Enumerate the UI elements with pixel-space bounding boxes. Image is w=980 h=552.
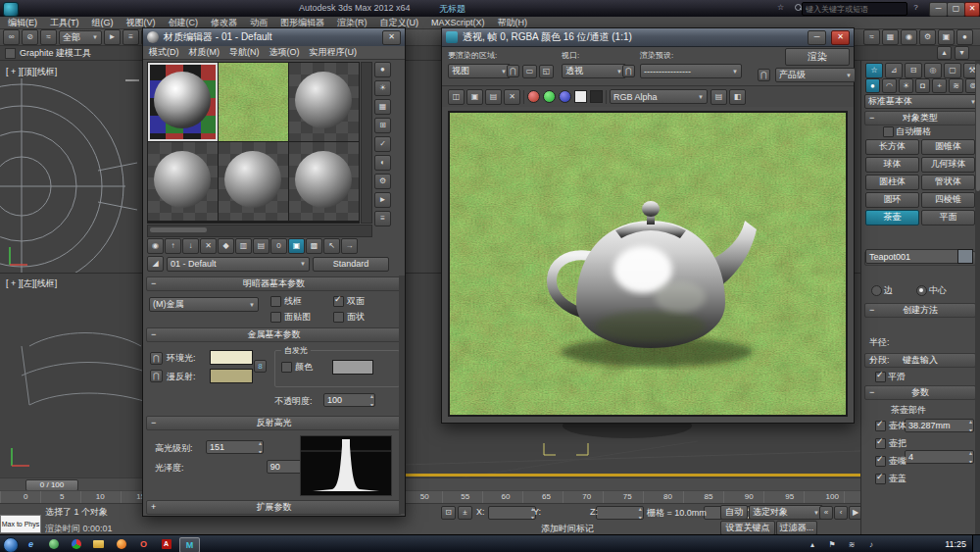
red-channel-icon[interactable] (527, 90, 540, 103)
channel-display-dropdown[interactable]: RGB Alpha (610, 89, 708, 104)
plane-button[interactable]: 平面 (921, 210, 975, 226)
object-type-rollout[interactable]: −对象类型 (864, 111, 976, 125)
sample-slots-horizontal-scrollbar[interactable] (147, 225, 372, 237)
taskbar-3dsmax-icon[interactable]: M (179, 537, 200, 552)
infocenter-search-input[interactable] (802, 2, 907, 16)
object-name-field[interactable]: Teapot001 (865, 249, 959, 264)
taskbar-adobe-reader-icon[interactable]: A (157, 537, 175, 551)
segments-spinner[interactable]: 4 (905, 450, 974, 464)
rendered-frame-minimize-button[interactable] (808, 30, 826, 45)
sample-tiling-icon[interactable]: ⊞ (374, 118, 391, 133)
schematic-view-icon[interactable]: ▦ (882, 29, 899, 45)
bind-to-space-warp-icon[interactable]: ≈ (40, 29, 57, 45)
teapot-part-checkbox[interactable] (875, 456, 886, 467)
backlight-icon[interactable]: ☀ (374, 80, 391, 96)
create-tab-icon[interactable]: ☆ (865, 63, 883, 78)
space-warps-category-icon[interactable]: ≋ (949, 78, 963, 93)
clone-window-icon[interactable]: ▣ (466, 89, 483, 105)
go-to-parent-icon[interactable]: ↖ (323, 238, 340, 254)
sample-type-icon[interactable]: ● (374, 62, 391, 77)
taskbar-messenger-icon[interactable] (44, 537, 63, 551)
save-image-icon[interactable]: ◫ (448, 89, 465, 105)
material-editor-menu-item[interactable]: 模式(D) (149, 46, 179, 59)
track-bar[interactable]: 0510152025303540455055606570758085909510… (0, 490, 860, 504)
helpers-category-icon[interactable]: + (932, 78, 947, 93)
auto-region-icon[interactable]: ◱ (539, 65, 554, 78)
specular-level-spinner[interactable]: 151 (206, 440, 264, 454)
rendered-frame-close-button[interactable] (831, 30, 850, 45)
menu-item[interactable]: 编辑(E) (8, 17, 37, 29)
tube-button[interactable]: 管状体 (921, 175, 975, 190)
material-editor-titlebar[interactable]: 材质编辑器 - 01 - Default (143, 28, 405, 47)
maximize-button[interactable] (947, 2, 965, 17)
reset-map-icon[interactable]: ✕ (200, 238, 217, 254)
sample-slot-5[interactable] (219, 142, 288, 221)
start-button[interactable] (3, 537, 19, 552)
primitive-category-dropdown[interactable]: 标准基本体 (864, 94, 980, 109)
region-lock-icon[interactable]: ⋂ (507, 65, 519, 77)
autogrid-checkbox[interactable] (883, 126, 894, 137)
render-setup-icon[interactable]: ⚙ (919, 29, 936, 45)
sample-slot-1[interactable] (148, 63, 218, 141)
diffuse-specular-lock-icon[interactable]: ⋂ (150, 370, 163, 382)
composite-overlay-icon[interactable]: ◧ (729, 89, 746, 105)
get-material-icon[interactable]: ◉ (147, 238, 164, 254)
material-editor-menu-item[interactable]: 实用程序(U) (310, 46, 358, 59)
geometry-category-icon[interactable]: ● (865, 78, 880, 93)
show-desktop-button[interactable] (972, 535, 980, 552)
network-icon[interactable]: ≋ (845, 540, 858, 549)
select-by-name-icon[interactable]: ≡ (122, 29, 139, 45)
radius-spinner[interactable]: 38.287mm (905, 419, 974, 432)
time-slider-track[interactable]: 0 / 100 (0, 477, 860, 491)
print-image-icon[interactable]: ▤ (485, 89, 502, 105)
key-filters-button[interactable]: 过滤器... (776, 521, 817, 535)
selection-filter-dropdown[interactable]: 全部 (59, 30, 102, 45)
key-filter-dropdown[interactable]: 选定对象 (749, 505, 823, 520)
self-illum-color-checkbox[interactable] (281, 362, 292, 373)
selection-lock-icon[interactable]: ⊡ (441, 506, 456, 520)
teapot-part-checkbox[interactable] (875, 421, 886, 431)
material-editor-close-button[interactable] (382, 30, 401, 45)
render-preset-dropdown[interactable]: ---------------- (640, 64, 742, 78)
modify-tab-icon[interactable]: ⊿ (885, 63, 903, 78)
material-editor-menu-item[interactable]: 导航(N) (229, 46, 260, 59)
window-titlebar[interactable]: Autodesk 3ds Max 2012 x64 无标题 ☆ ? (0, 0, 980, 17)
absolute-offset-icon[interactable]: ± (458, 506, 472, 520)
faceted-checkbox[interactable] (333, 312, 344, 323)
menu-item[interactable]: MAXScript(X) (431, 18, 485, 27)
motion-tab-icon[interactable]: ◎ (924, 63, 942, 78)
ribbon-tab-graphite[interactable]: Graphite 建模工具 (20, 47, 91, 60)
object-color-swatch[interactable] (957, 249, 973, 264)
ambient-color-swatch[interactable] (210, 350, 253, 365)
display-tab-icon[interactable]: ▢ (944, 63, 961, 78)
material-map-navigator-icon[interactable]: ≡ (374, 211, 391, 226)
hidden-icons-icon[interactable]: ▴ (806, 540, 819, 549)
sample-slot-3[interactable] (289, 63, 359, 141)
show-material-in-viewport-icon[interactable]: ▣ (288, 238, 305, 254)
material-name-dropdown[interactable]: 01 - Default (167, 257, 310, 272)
application-menu-button[interactable] (3, 2, 19, 17)
maxscript-mini-listener[interactable]: Max to Phys (0, 515, 41, 533)
face-map-checkbox[interactable] (270, 312, 281, 323)
wire-checkbox[interactable] (270, 296, 281, 307)
rendered-frame-titlebar[interactable]: 透视, 帧 0, RGBA 颜色 16 位/通道 (1:1) (442, 28, 854, 47)
sample-slots-vertical-scrollbar[interactable] (361, 62, 372, 224)
menu-item[interactable]: 组(G) (92, 17, 114, 29)
taskbar-explorer-icon[interactable] (89, 537, 108, 551)
blue-channel-icon[interactable] (559, 90, 571, 103)
torus-button[interactable]: 圆环 (865, 192, 919, 208)
minimize-button[interactable] (929, 2, 948, 17)
hierarchy-tab-icon[interactable]: ⊟ (905, 63, 922, 78)
material-editor-scrollbar[interactable] (399, 276, 405, 514)
geosphere-button[interactable]: 几何球体 (921, 157, 975, 173)
production-dropdown[interactable]: 产品级 (775, 68, 856, 82)
shader-type-dropdown[interactable]: (M)金属 (149, 297, 259, 312)
diffuse-color-swatch[interactable] (210, 369, 253, 383)
pick-material-eyedropper-icon[interactable]: ◢ (147, 256, 164, 272)
parameters-rollout[interactable]: −参数 (864, 385, 976, 400)
go-to-start-icon[interactable]: « (819, 506, 833, 520)
auto-key-button[interactable]: 自动 (720, 505, 748, 520)
go-forward-to-sibling-icon[interactable]: → (341, 238, 358, 254)
material-editor-menu-item[interactable]: 材质(M) (189, 46, 220, 59)
material-type-button[interactable]: Standard (313, 257, 389, 272)
